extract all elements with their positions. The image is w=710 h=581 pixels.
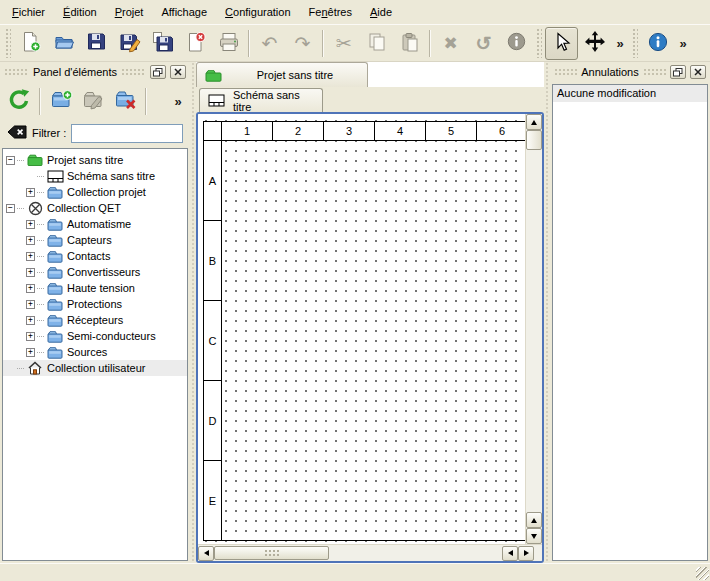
close-file-button[interactable] <box>179 27 212 60</box>
expand-toggle[interactable]: + <box>26 188 35 197</box>
menu-projet[interactable]: Projet <box>106 2 153 22</box>
project-tab[interactable]: Projet sans titre <box>196 62 368 87</box>
save-as-button[interactable] <box>113 27 146 60</box>
expand-toggle[interactable]: + <box>26 268 35 277</box>
save-all-button[interactable] <box>146 27 179 60</box>
expand-toggle[interactable]: + <box>26 348 35 357</box>
expand-toggle[interactable]: + <box>26 316 35 325</box>
arrow-down-icon <box>531 534 537 539</box>
menu-fenetres[interactable]: Fenêtres <box>300 2 361 22</box>
new-document-button[interactable] <box>14 27 47 60</box>
scroll-left-button[interactable] <box>502 546 518 561</box>
expand-toggle[interactable]: + <box>26 300 35 309</box>
float-panel-button[interactable] <box>670 65 686 79</box>
collapse-toggle[interactable]: − <box>6 156 15 165</box>
scroll-down-button[interactable] <box>526 528 542 544</box>
toolbar-handle[interactable] <box>5 28 11 58</box>
select-tool-button[interactable] <box>545 27 578 60</box>
collapse-toggle[interactable]: − <box>6 204 15 213</box>
schema-tab[interactable]: Schéma sans titre <box>199 88 323 112</box>
drawing-sheet[interactable] <box>222 141 525 541</box>
row-header: C <box>203 301 222 381</box>
panel-overflow-button[interactable]: » <box>170 85 186 117</box>
print-button[interactable] <box>212 27 245 60</box>
diagram-paper: 123456 ABCDE <box>203 121 525 541</box>
toolbar-handle[interactable] <box>536 28 542 58</box>
element-info-button[interactable] <box>500 27 533 60</box>
tree-item-sources[interactable]: +Sources <box>3 344 187 360</box>
horizontal-scroll-track[interactable] <box>329 545 502 561</box>
vertical-scroll-track[interactable] <box>526 150 542 512</box>
clear-filter-icon[interactable] <box>7 125 27 141</box>
scroll-left-button[interactable] <box>198 546 214 561</box>
tree-item-contacts[interactable]: +Contacts <box>3 248 187 264</box>
expand-toggle[interactable]: + <box>26 220 35 229</box>
menu-configuration[interactable]: Configuration <box>216 2 299 22</box>
info-blue-icon <box>647 31 669 56</box>
redo-button[interactable]: ↷ <box>286 27 319 60</box>
toolbar-handle[interactable] <box>632 28 638 58</box>
menu-affichage[interactable]: Affichage <box>152 2 216 22</box>
edit-category-button[interactable] <box>78 85 108 117</box>
tree-item-collection-projet[interactable]: +Collection projet <box>3 184 187 200</box>
menu-edition[interactable]: Édition <box>54 2 106 22</box>
scroll-right-button[interactable] <box>518 546 534 561</box>
about-button[interactable] <box>641 27 674 60</box>
arrow-right-icon <box>524 550 529 556</box>
tree-item-semi-conducteurs[interactable]: +Semi-conducteurs <box>3 328 187 344</box>
tree-connector <box>37 304 44 305</box>
horizontal-scroll-thumb[interactable] <box>214 546 329 560</box>
scroll-up-button[interactable] <box>526 512 542 528</box>
tree-item-recepteurs[interactable]: +Récepteurs <box>3 312 187 328</box>
vertical-scrollbar[interactable] <box>525 114 542 544</box>
tree-item-projet-sans-titre[interactable]: −Projet sans titre <box>3 152 187 168</box>
tree-item-automatisme[interactable]: +Automatisme <box>3 216 187 232</box>
delete-category-button[interactable] <box>110 85 140 117</box>
close-panel-button[interactable] <box>690 65 706 79</box>
delete-button[interactable]: ✖ <box>434 27 467 60</box>
cut-button[interactable]: ✂ <box>327 27 360 60</box>
float-panel-button[interactable] <box>150 65 166 79</box>
tree-item-protections[interactable]: +Protections <box>3 296 187 312</box>
reload-collections-button[interactable] <box>4 85 34 117</box>
folder-icon <box>46 330 64 343</box>
vertical-scroll-thumb[interactable] <box>526 130 542 150</box>
tree-connector <box>37 192 44 193</box>
tree-item-capteurs[interactable]: +Capteurs <box>3 232 187 248</box>
rotate-button[interactable]: ↺ <box>467 27 500 60</box>
horizontal-scrollbar[interactable] <box>198 544 542 561</box>
menu-aide[interactable]: Aide <box>361 2 401 22</box>
expand-toggle[interactable]: + <box>26 332 35 341</box>
undo-list-item[interactable]: Aucune modification <box>553 85 707 102</box>
tree-item-haute-tension[interactable]: +Haute tension <box>3 280 187 296</box>
tree-item-label: Sources <box>67 346 111 358</box>
close-panel-button[interactable] <box>170 65 186 79</box>
move-tool-button[interactable] <box>578 27 611 60</box>
tree-item-label: Collection QET <box>47 202 125 214</box>
expand-toggle[interactable]: + <box>26 252 35 261</box>
tree-item-collection-qet[interactable]: −Collection QET <box>3 200 187 216</box>
info-overflow-button[interactable]: » <box>674 27 692 60</box>
qet-icon <box>26 201 44 216</box>
scroll-up-button[interactable] <box>526 114 542 130</box>
tools-overflow-button[interactable]: » <box>611 27 629 60</box>
expand-toggle[interactable]: + <box>26 284 35 293</box>
tree-item-collection-utilisateur[interactable]: Collection utilisateur <box>3 360 187 376</box>
filter-input[interactable] <box>71 124 183 143</box>
tree-connector <box>17 208 24 209</box>
resize-grip[interactable] <box>696 567 709 580</box>
open-project-button[interactable] <box>47 27 80 60</box>
paste-button[interactable] <box>393 27 426 60</box>
tree-item-schema-sans-titre[interactable]: Schéma sans titre <box>3 168 187 184</box>
copy-button[interactable] <box>360 27 393 60</box>
tree-item-convertisseurs[interactable]: +Convertisseurs <box>3 264 187 280</box>
expand-toggle[interactable]: + <box>26 236 35 245</box>
diagram-canvas[interactable]: 123456 ABCDE <box>198 114 525 544</box>
menu-fichier[interactable]: Fichier <box>3 2 54 22</box>
tree-connector <box>37 320 44 321</box>
chevron-right-icon: » <box>172 94 183 109</box>
folder-icon <box>46 346 64 359</box>
undo-button[interactable]: ↶ <box>253 27 286 60</box>
new-category-button[interactable] <box>46 85 76 117</box>
save-button[interactable] <box>80 27 113 60</box>
